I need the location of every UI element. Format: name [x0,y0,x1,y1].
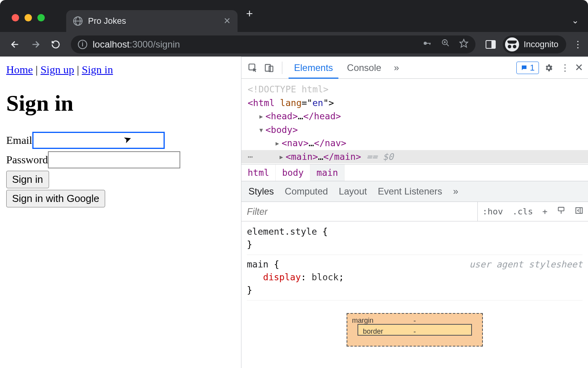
email-input[interactable] [32,132,165,149]
close-tab-button[interactable]: ✕ [224,16,231,26]
svg-line-4 [446,44,449,46]
tab-elements[interactable]: Elements [289,57,338,79]
window-controls [12,14,45,21]
tab-layout[interactable]: Layout [339,186,367,197]
content-area: Home | Sign up | Sign in Sign in ➤ Email… [0,57,588,368]
rule-element-style[interactable]: element.style { } [247,225,583,255]
close-window-button[interactable] [12,14,19,21]
devtools-tabbar: Elements Console » 1 ⋮ ✕ [241,57,588,79]
nav-home-link[interactable]: Home [6,64,33,76]
page-title: Sign in [6,90,235,116]
tab-title: Pro Jokes [88,16,126,26]
google-signin-button[interactable]: Sign in with Google [6,190,105,207]
svg-rect-2 [430,43,430,45]
issues-count: 1 [530,63,535,73]
more-tabs-icon[interactable]: » [390,61,403,74]
email-label: Email [6,134,32,146]
nav-signup-link[interactable]: Sign up [40,64,74,76]
box-model-border[interactable]: border - [357,324,472,336]
browser-menu-button[interactable]: ⋮ [573,43,581,46]
dom-row-actions-icon[interactable]: ⋯ [248,150,253,164]
incognito-icon [505,37,519,51]
browser-toolbar: i localhost:3000/signin Incognito [0,32,588,57]
password-key-icon[interactable] [423,39,432,50]
tab-event-listeners[interactable]: Event Listeners [378,186,442,197]
dom-body[interactable]: ▾<body> [248,123,582,137]
tab-strip: Pro Jokes ✕ + ⌄ [0,0,588,32]
computed-sidebar-toggle-icon[interactable] [570,206,588,217]
incognito-label: Incognito [524,39,558,50]
dom-head[interactable]: ▸<head>…</head> [248,110,582,123]
browser-tab[interactable]: Pro Jokes ✕ [66,10,238,32]
dom-main-selected[interactable]: ⋯ ▸<main>…</main>== $0 [241,150,588,164]
side-panel-icon[interactable] [486,40,496,49]
paint-flashing-icon[interactable] [552,206,570,217]
svg-rect-13 [576,208,583,214]
crumb-html[interactable]: html [241,165,276,181]
email-row: Email [6,132,235,149]
address-bar[interactable]: i localhost:3000/signin [71,35,475,53]
more-styles-tabs-icon[interactable]: » [453,186,458,197]
back-button[interactable] [7,36,23,53]
password-label: Password [6,154,48,166]
password-input[interactable] [48,151,180,168]
styles-filter-input[interactable] [241,202,478,221]
new-tab-button[interactable]: + [246,7,253,20]
new-style-rule-button[interactable]: + [538,207,552,216]
dom-html[interactable]: <html lang="en"> [248,96,582,110]
svg-point-0 [424,42,427,45]
page-nav: Home | Sign up | Sign in [6,64,235,76]
webpage-viewport: Home | Sign up | Sign in Sign in ➤ Email… [0,57,241,368]
devtools-settings-icon[interactable] [542,61,555,74]
dom-tree[interactable]: <!DOCTYPE html> <html lang="en"> ▸<head>… [241,79,588,164]
nav-signin-link[interactable]: Sign in [82,64,113,76]
minimize-window-button[interactable] [25,14,32,21]
inspect-element-icon[interactable] [246,61,259,74]
url-text: localhost:3000/signin [93,39,180,50]
tab-computed[interactable]: Computed [285,186,328,197]
browser-chrome: Pro Jokes ✕ + ⌄ i localhost:3000/signin [0,0,588,57]
crumb-body[interactable]: body [276,165,310,181]
device-toolbar-icon[interactable] [262,61,276,74]
dom-doctype: <!DOCTYPE html> [248,83,582,96]
toolbar-right: Incognito ⋮ [486,35,581,53]
issues-chip[interactable]: 1 [516,62,539,74]
bookmark-star-icon[interactable] [459,39,468,50]
dom-nav[interactable]: ▸<nav>…</nav> [248,136,582,150]
rule-main[interactable]: user agent stylesheet main { display: bl… [247,258,583,301]
tab-console[interactable]: Console [342,57,387,79]
tab-styles[interactable]: Styles [248,181,274,202]
tabs-dropdown-button[interactable]: ⌄ [572,16,579,26]
styles-toolbar: :hov .cls + [241,202,588,221]
svg-rect-11 [558,207,564,211]
reload-button[interactable] [48,36,64,53]
styles-rules[interactable]: element.style { } user agent stylesheet … [241,221,588,368]
box-model: margin - border - [247,304,583,347]
site-info-icon[interactable]: i [78,40,87,49]
forward-button[interactable] [27,36,44,53]
devtools-panel: Elements Console » 1 ⋮ ✕ <!DOCTYPE html>… [241,57,588,368]
signin-button[interactable]: Sign in [6,171,49,188]
box-model-margin[interactable]: margin - border - [347,313,483,347]
omnibox-actions [423,39,468,50]
svg-marker-7 [460,39,468,47]
zoom-icon[interactable] [441,39,450,50]
maximize-window-button[interactable] [37,14,45,21]
crumb-main[interactable]: main [310,165,345,181]
hov-toggle[interactable]: :hov [478,207,508,216]
rule-source: user agent stylesheet [469,258,583,271]
devtools-close-button[interactable]: ✕ [575,62,583,74]
devtools-menu-icon[interactable]: ⋮ [558,61,572,74]
cls-toggle[interactable]: .cls [508,207,538,216]
dom-breadcrumb: html body main [241,164,588,181]
password-row: Password [6,151,235,168]
globe-icon [73,16,83,26]
styles-tabbar: Styles Computed Layout Event Listeners » [241,181,588,202]
svg-rect-9 [265,64,270,71]
incognito-indicator[interactable]: Incognito [503,35,566,53]
